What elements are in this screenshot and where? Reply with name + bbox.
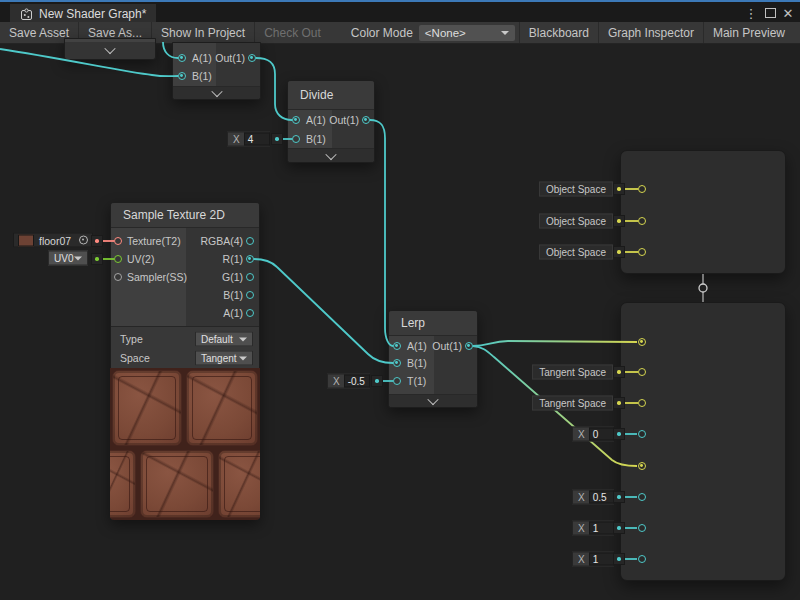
- chevron-down-icon: [74, 256, 82, 260]
- alpha-value[interactable]: 1: [589, 553, 615, 566]
- node-lerp-title: Lerp: [389, 311, 477, 336]
- node-sample-title: Sample Texture 2D: [111, 203, 259, 228]
- alpha-default-field[interactable]: X 1: [572, 552, 614, 567]
- port-lerp-out[interactable]: [465, 342, 473, 350]
- uv-channel-dropdown[interactable]: UV0: [48, 251, 88, 266]
- texture-object-field[interactable]: floor07: [13, 233, 93, 248]
- port-fragment-smoothness[interactable]: [638, 493, 646, 501]
- math-b-label: B(1): [192, 70, 212, 82]
- collapse-chevron-icon[interactable]: [325, 148, 336, 159]
- tab-new-shader-graph[interactable]: New Shader Graph*: [10, 4, 156, 24]
- collapse-chevron-icon[interactable]: [427, 394, 438, 405]
- texture-name: floor07: [39, 234, 74, 246]
- sample-space-dropdown[interactable]: Tangent: [195, 351, 253, 366]
- blackboard-toggle[interactable]: Blackboard: [520, 22, 598, 43]
- node-lerp[interactable]: Lerp: [388, 310, 478, 408]
- lerp-t-label: T(1): [407, 375, 426, 387]
- port-divide-a[interactable]: [292, 116, 300, 124]
- lerp-t-value[interactable]: -0.5: [344, 375, 370, 388]
- show-in-project-button[interactable]: Show In Project: [152, 22, 254, 43]
- node-vertex[interactable]: [620, 150, 786, 274]
- port-lerp-t[interactable]: [393, 377, 401, 385]
- expand-chevron-icon[interactable]: [104, 43, 115, 54]
- metallic-value[interactable]: 0: [589, 428, 615, 441]
- node-math-top[interactable]: [172, 42, 261, 100]
- port-math-out[interactable]: [248, 54, 256, 62]
- ambient-occlusion-default-field[interactable]: X 1: [572, 521, 614, 536]
- collapse-chevron-icon[interactable]: [211, 86, 222, 97]
- sample-type-value: Default: [201, 334, 233, 345]
- connector-dot: [613, 215, 625, 227]
- smoothness-value[interactable]: 0.5: [589, 491, 615, 504]
- lerp-a-label: A(1): [407, 340, 427, 352]
- port-fragment-bent-normal[interactable]: [638, 399, 646, 407]
- port-math-b[interactable]: [178, 72, 186, 80]
- sample-space-value: Tangent: [201, 353, 237, 364]
- port-fragment-base-color[interactable]: [638, 338, 646, 346]
- divide-b-default-field[interactable]: X 4: [227, 132, 270, 147]
- uv-channel-value: UV0: [54, 253, 73, 264]
- space-badge-tangent[interactable]: Object Space: [539, 245, 613, 260]
- port-divide-b[interactable]: [292, 135, 300, 143]
- connector-dot: [613, 491, 625, 503]
- connector-dot: [613, 428, 625, 440]
- port-fragment-normal-ts[interactable]: [638, 368, 646, 376]
- port-divide-out[interactable]: [362, 116, 370, 124]
- close-icon: ✕: [783, 6, 794, 21]
- port-lerp-a[interactable]: [393, 342, 401, 350]
- sample-sampler-label: Sampler(SS): [127, 271, 187, 283]
- connector-dot-texture: [91, 235, 103, 247]
- port-lerp-b[interactable]: [393, 359, 401, 367]
- connector-dot-lerp-t: [371, 375, 383, 387]
- space-badge-position[interactable]: Object Space: [539, 182, 613, 197]
- sample-type-label: Type: [120, 333, 143, 345]
- close-button[interactable]: ✕: [779, 4, 797, 22]
- smoothness-default-field[interactable]: X 0.5: [572, 490, 614, 505]
- x-component-label: X: [578, 492, 585, 503]
- space-badge-normal[interactable]: Object Space: [539, 214, 613, 229]
- port-sample-sampler[interactable]: [114, 273, 122, 281]
- port-sample-uv[interactable]: [114, 255, 122, 263]
- lerp-b-label: B(1): [407, 357, 427, 369]
- port-sample-rgba[interactable]: [246, 237, 254, 245]
- divide-b-value[interactable]: 4: [244, 133, 270, 146]
- port-math-a[interactable]: [178, 54, 186, 62]
- port-sample-a[interactable]: [246, 309, 254, 317]
- space-badge-normal-ts[interactable]: Tangent Space: [532, 365, 613, 380]
- ambient-occlusion-value[interactable]: 1: [589, 522, 615, 535]
- port-fragment-metallic[interactable]: [638, 430, 646, 438]
- port-vertex-position[interactable]: [638, 185, 646, 193]
- sample-g-label: G(1): [222, 271, 243, 283]
- maximize-button[interactable]: [761, 4, 779, 22]
- check-out-button: Check Out: [255, 22, 330, 43]
- port-sample-g[interactable]: [246, 273, 254, 281]
- window-menu-button[interactable]: ⋮: [742, 4, 760, 22]
- connector-dot: [613, 397, 625, 409]
- port-sample-r[interactable]: [246, 255, 254, 263]
- object-picker-icon[interactable]: [79, 236, 88, 245]
- metallic-default-field[interactable]: X 0: [572, 427, 614, 442]
- space-badge-bent-normal[interactable]: Tangent Space: [532, 396, 613, 411]
- port-fragment-alpha[interactable]: [638, 555, 646, 563]
- wire-lerp-out-to-base-color: [473, 341, 637, 346]
- sample-type-dropdown[interactable]: Default: [195, 332, 253, 347]
- shader-graph-icon: [20, 8, 33, 21]
- color-mode-dropdown[interactable]: <None>: [419, 25, 515, 41]
- sample-r-label: R(1): [223, 253, 243, 265]
- color-mode-label: Color Mode: [342, 22, 415, 43]
- lerp-t-default-field[interactable]: X -0.5: [327, 374, 370, 389]
- port-fragment-emission[interactable]: [638, 462, 646, 470]
- port-sample-texture[interactable]: [114, 237, 122, 245]
- x-component-label: X: [578, 554, 585, 565]
- graph-inspector-toggle[interactable]: Graph Inspector: [599, 22, 703, 43]
- node-divide-title: Divide: [288, 81, 374, 110]
- node-collapsed[interactable]: [64, 38, 156, 60]
- port-sample-b[interactable]: [246, 291, 254, 299]
- port-vertex-normal[interactable]: [638, 217, 646, 225]
- port-fragment-ao[interactable]: [638, 524, 646, 532]
- port-vertex-tangent[interactable]: [638, 248, 646, 256]
- texture-preview: [110, 368, 260, 520]
- main-preview-toggle[interactable]: Main Preview: [704, 22, 794, 43]
- connector-dot: [613, 183, 625, 195]
- x-component-label: X: [233, 134, 240, 145]
